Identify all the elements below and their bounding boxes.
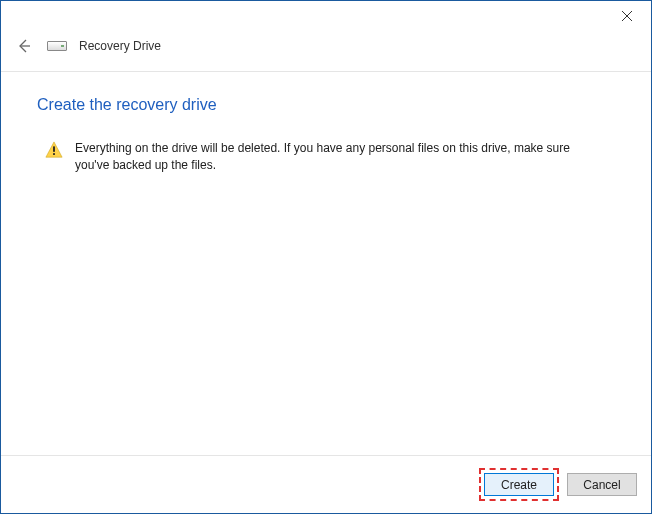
page-heading: Create the recovery drive: [37, 96, 615, 114]
wizard-header: Recovery Drive: [1, 31, 651, 72]
back-arrow-icon: [16, 38, 32, 54]
create-button[interactable]: Create: [484, 473, 554, 496]
wizard-content: Create the recovery drive Everything on …: [1, 72, 651, 455]
titlebar: [1, 1, 651, 31]
warning-icon: [45, 141, 63, 159]
close-button[interactable]: [617, 6, 637, 26]
warning-text: Everything on the drive will be deleted.…: [75, 140, 585, 175]
back-button[interactable]: [13, 35, 35, 57]
drive-icon: [47, 39, 67, 53]
create-button-highlight: Create: [479, 468, 559, 501]
header-title: Recovery Drive: [79, 39, 161, 53]
wizard-footer: Create Cancel: [1, 455, 651, 513]
svg-rect-5: [53, 153, 55, 155]
warning-row: Everything on the drive will be deleted.…: [37, 140, 615, 175]
close-icon: [622, 11, 632, 21]
recovery-drive-wizard: Recovery Drive Create the recovery drive…: [0, 0, 652, 514]
svg-rect-4: [53, 146, 55, 151]
cancel-button[interactable]: Cancel: [567, 473, 637, 496]
